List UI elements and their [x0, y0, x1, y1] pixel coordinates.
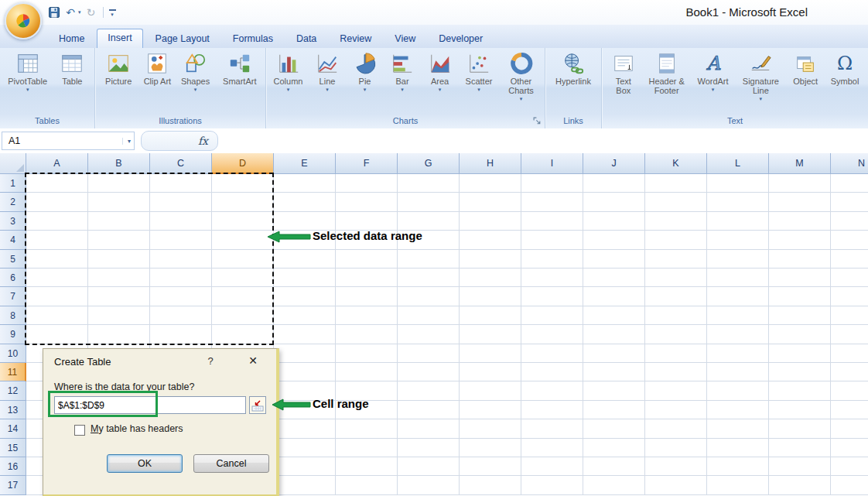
ribbon-button-object[interactable]: Object: [789, 51, 822, 86]
tab-view[interactable]: View: [384, 30, 426, 48]
column-header-k[interactable]: K: [645, 153, 707, 174]
ribbon-group-label: Text: [602, 115, 868, 128]
dropdown-arrow-icon: ▾: [287, 87, 290, 92]
tab-home[interactable]: Home: [48, 30, 95, 48]
ribbon-button-table[interactable]: Table: [55, 51, 89, 86]
cancel-button[interactable]: Cancel: [193, 454, 269, 473]
ribbon-button-column[interactable]: Column▾: [270, 51, 307, 92]
dialog-close-button[interactable]: ✕: [244, 354, 261, 367]
row-header-9[interactable]: 9: [0, 325, 26, 344]
select-all-corner[interactable]: [0, 153, 26, 174]
row-header-3[interactable]: 3: [0, 212, 26, 231]
undo-button[interactable]: ↶: [64, 5, 77, 19]
selection-marquee[interactable]: [25, 173, 274, 345]
save-button[interactable]: [48, 5, 60, 19]
row-header-16[interactable]: 16: [0, 457, 26, 476]
area-chart-icon: [428, 51, 453, 76]
ribbon-button-hyperlink[interactable]: Hyperlink: [550, 51, 596, 86]
headers-checkbox[interactable]: [74, 425, 85, 436]
shapes-icon: [183, 51, 208, 76]
annotation-arrow-cell-range: [272, 398, 311, 415]
ribbon-button-bar[interactable]: Bar▾: [385, 51, 419, 92]
row-header-14[interactable]: 14: [0, 419, 26, 438]
create-table-dialog: Create Table ? ✕ Where is the data for y…: [43, 348, 279, 496]
pie-chart-icon: [353, 51, 378, 76]
window-title: Book1 - Microsoft Excel: [685, 5, 808, 19]
column-header-f[interactable]: F: [336, 153, 398, 174]
ribbon-button-text-box[interactable]: Text Box: [607, 51, 640, 95]
column-header-l[interactable]: L: [707, 153, 769, 174]
ribbon-button-clip-art[interactable]: Clip Art: [142, 51, 173, 86]
ribbon-group-illustrations: PictureClip ArtShapes▾SmartArtIllustrati…: [95, 48, 266, 128]
tab-review[interactable]: Review: [329, 30, 382, 48]
ribbon-button-pie[interactable]: Pie▾: [348, 51, 382, 92]
row-header-1[interactable]: 1: [0, 174, 26, 193]
ribbon-button-signature-line[interactable]: Signature Line▾: [737, 51, 784, 101]
quick-access-toolbar: ↶ ▾ ↻ ▾: [48, 4, 116, 21]
row-header-5[interactable]: 5: [0, 250, 26, 269]
save-icon: [48, 6, 60, 19]
fx-area: fx: [141, 131, 218, 151]
ribbon-button-header-footer[interactable]: Header & Footer: [645, 51, 689, 95]
tab-page-layout[interactable]: Page Layout: [145, 30, 220, 48]
ribbon-button-other-charts[interactable]: Other Charts▾: [501, 51, 542, 101]
wordart-icon: A: [701, 51, 726, 76]
ribbon-button-label: Header & Footer: [645, 77, 689, 95]
tab-developer[interactable]: Developer: [428, 30, 494, 48]
column-chart-icon: [276, 51, 301, 76]
row-header-2[interactable]: 2: [0, 193, 26, 211]
column-header-h[interactable]: H: [460, 153, 521, 174]
column-header-i[interactable]: I: [521, 153, 583, 174]
row-header-13[interactable]: 13: [0, 401, 26, 419]
row-header-12[interactable]: 12: [0, 381, 26, 400]
ribbon-group-label: Charts: [266, 115, 545, 128]
row-header-17[interactable]: 17: [0, 476, 26, 494]
customize-quick-access-button[interactable]: ▾: [109, 9, 116, 16]
annotation-cell-range-label: Cell range: [313, 397, 369, 410]
ribbon-button-symbol[interactable]: ΩSymbol: [827, 51, 863, 86]
row-header-7[interactable]: 7: [0, 287, 26, 306]
row-header-4[interactable]: 4: [0, 231, 26, 249]
ok-button[interactable]: OK: [107, 454, 183, 473]
row-header-8[interactable]: 8: [0, 306, 26, 325]
column-header-j[interactable]: J: [583, 153, 645, 174]
redo-button[interactable]: ↻: [85, 5, 97, 19]
ribbon-button-pivottable[interactable]: PivotTable▾: [5, 51, 50, 92]
ribbon-button-smartart[interactable]: SmartArt: [218, 51, 261, 86]
formula-input[interactable]: [218, 132, 868, 150]
dialog-launcher-icon[interactable]: [532, 117, 542, 126]
office-button[interactable]: [5, 2, 42, 39]
formula-bar: A1 ▾ fx: [0, 128, 868, 154]
ribbon-button-area[interactable]: Area▾: [423, 51, 457, 92]
row-header-6[interactable]: 6: [0, 269, 26, 287]
ribbon-button-picture[interactable]: Picture: [99, 51, 138, 86]
undo-dropdown-icon[interactable]: ▾: [78, 9, 81, 15]
column-header-b[interactable]: B: [88, 153, 150, 174]
dialog-help-button[interactable]: ?: [203, 355, 217, 367]
tab-data[interactable]: Data: [285, 30, 327, 48]
row-header-11[interactable]: 11: [0, 363, 26, 381]
ribbon-button-label: SmartArt: [223, 77, 256, 86]
column-header-g[interactable]: G: [398, 153, 460, 174]
picture-icon: [106, 51, 131, 76]
name-box[interactable]: A1 ▾: [2, 132, 135, 150]
tab-formulas[interactable]: Formulas: [222, 30, 284, 48]
scatter-chart-icon: [466, 51, 491, 76]
ribbon-button-shapes[interactable]: Shapes▾: [177, 51, 214, 92]
ribbon-button-scatter[interactable]: Scatter▾: [460, 51, 497, 92]
ribbon-group-label: Tables: [0, 115, 94, 128]
column-header-m[interactable]: M: [769, 153, 831, 174]
column-header-e[interactable]: E: [274, 153, 336, 174]
column-header-n[interactable]: N: [831, 153, 868, 174]
column-header-d[interactable]: D: [212, 153, 274, 174]
column-header-c[interactable]: C: [150, 153, 212, 174]
insert-function-button[interactable]: fx: [198, 135, 208, 147]
row-header-15[interactable]: 15: [0, 439, 26, 457]
column-header-a[interactable]: A: [26, 153, 88, 174]
row-header-10[interactable]: 10: [0, 344, 26, 363]
range-selector-button[interactable]: [249, 396, 266, 414]
name-box-dropdown-icon[interactable]: ▾: [122, 138, 131, 145]
ribbon-button-line[interactable]: Line▾: [310, 51, 344, 92]
tab-insert[interactable]: Insert: [97, 29, 142, 48]
ribbon-button-wordart[interactable]: AWordArt▾: [694, 51, 733, 92]
